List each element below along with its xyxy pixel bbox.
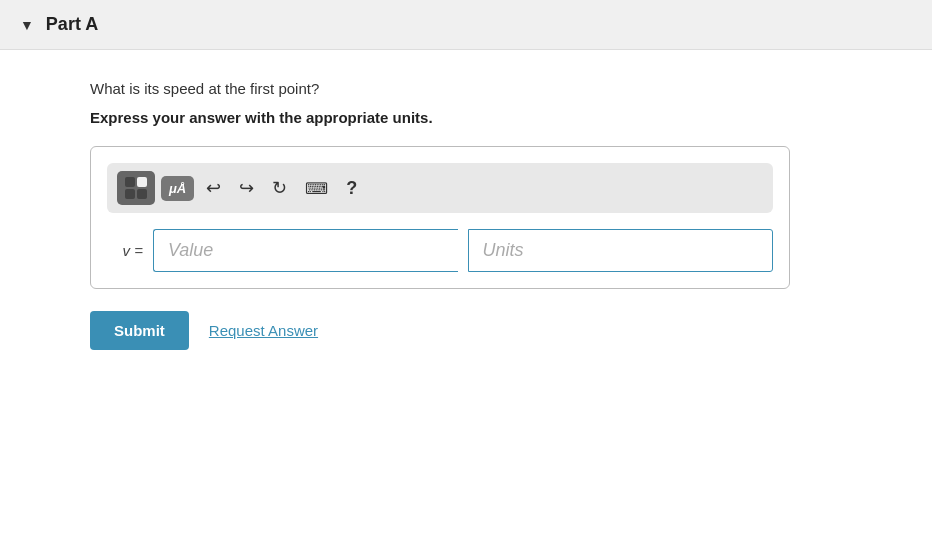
redo-button[interactable]: ↪ <box>233 173 260 203</box>
question-text: What is its speed at the first point? <box>90 80 842 97</box>
request-answer-button[interactable]: Request Answer <box>209 322 318 339</box>
undo-button[interactable]: ↩ <box>200 173 227 203</box>
units-symbol-button[interactable]: μÅ <box>161 176 194 201</box>
part-title: Part A <box>46 14 98 35</box>
action-row: Submit Request Answer <box>90 311 842 350</box>
variable-label: v = <box>107 242 143 259</box>
collapse-chevron[interactable]: ▼ <box>20 17 34 33</box>
instruction-text: Express your answer with the appropriate… <box>90 109 842 126</box>
toolbar: μÅ ↩ ↪ ↻ ⌨ ? <box>107 163 773 213</box>
answer-box: μÅ ↩ ↪ ↻ ⌨ ? v = <box>90 146 790 289</box>
question-mark-icon: ? <box>346 178 357 199</box>
undo-icon: ↩ <box>206 177 221 199</box>
matrix-button[interactable] <box>117 171 155 205</box>
redo-icon: ↪ <box>239 177 254 199</box>
value-input[interactable] <box>153 229 458 272</box>
header-bar: ▼ Part A <box>0 0 932 50</box>
units-input[interactable] <box>468 229 774 272</box>
submit-button[interactable]: Submit <box>90 311 189 350</box>
reset-button[interactable]: ↻ <box>266 173 293 203</box>
keyboard-icon: ⌨ <box>305 179 328 198</box>
input-row: v = <box>107 229 773 272</box>
content-area: What is its speed at the first point? Ex… <box>0 50 932 550</box>
keyboard-button[interactable]: ⌨ <box>299 175 334 202</box>
refresh-icon: ↻ <box>272 177 287 199</box>
help-button[interactable]: ? <box>340 174 363 203</box>
matrix-icon <box>125 177 147 199</box>
